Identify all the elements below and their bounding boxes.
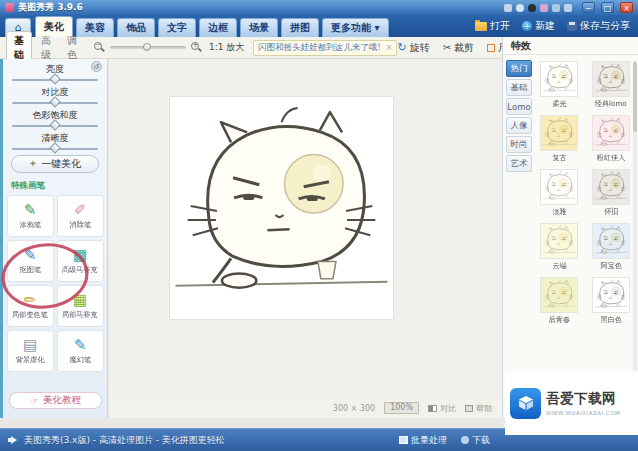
category-portrait[interactable]: 人像 <box>506 117 532 134</box>
cutout-pen-button[interactable]: ✎ 抠图笔 <box>7 240 54 282</box>
tab-frames[interactable]: 边框 <box>199 18 237 37</box>
app-window: 美图秀秀 3.9.6 ─ □ × ⌂ 美化 美容 饰品 文字 边框 场景 拼图 … <box>0 0 638 451</box>
cutout-pen-icon: ✎ <box>24 247 37 264</box>
eliminate-pen-button[interactable]: ✐ 消除笔 <box>57 195 104 237</box>
rotate-button[interactable]: ↻ 旋转 <box>397 41 429 55</box>
effect-abao-color[interactable]: 阿宝色 <box>588 223 634 271</box>
effect-nostalgia[interactable]: 怀旧 <box>588 169 634 217</box>
tab-text[interactable]: 文字 <box>158 18 196 37</box>
tray-icon[interactable] <box>564 4 572 12</box>
save-share-label: 保存与分享 <box>580 19 630 33</box>
site-watermark: 吾爱下载网 WWW.WUAIXIAZAI.COM <box>505 371 638 435</box>
category-hot[interactable]: 热门 <box>506 60 532 77</box>
zoom-slider-thumb[interactable] <box>143 43 151 51</box>
effect-label: 后青春 <box>548 315 569 325</box>
category-fashion[interactable]: 时尚 <box>506 136 532 153</box>
tray-icon[interactable] <box>504 4 512 12</box>
contrast-slider: 对比度 <box>12 86 98 104</box>
one-click-beautify-button[interactable]: ✦ 一键美化 <box>11 155 99 173</box>
effect-thumbnail <box>540 169 578 205</box>
advanced-mosaic-button[interactable]: ▩ 高级马赛克 <box>57 240 104 282</box>
tray-icon[interactable] <box>516 4 524 12</box>
tray-icon[interactable] <box>540 4 548 12</box>
effects-categories: 热门 基础 Lomo 人像 时尚 艺术 <box>506 60 532 172</box>
effect-thumbnail <box>592 223 630 259</box>
tab-collage[interactable]: 拼图 <box>281 18 319 37</box>
effect-elegant[interactable]: 淡雅 <box>536 169 582 217</box>
qq-penguin-icon[interactable] <box>528 4 536 12</box>
local-color-pen-button[interactable]: ✏ 局部变色笔 <box>7 285 54 327</box>
tab-more-features[interactable]: 更多功能 ▾ <box>322 18 389 37</box>
edited-image[interactable] <box>170 97 393 319</box>
effects-scrollbar[interactable] <box>633 60 637 408</box>
close-button[interactable]: × <box>620 2 633 13</box>
new-button[interactable]: 新建 <box>522 19 555 33</box>
category-art[interactable]: 艺术 <box>506 155 532 172</box>
rotate-icon: ↻ <box>397 42 406 53</box>
brush-label: 涂鸦笔 <box>19 220 40 230</box>
scrollbar-thumb[interactable] <box>633 62 637 132</box>
background-blur-button[interactable]: ▤ 背景虚化 <box>7 330 54 372</box>
hand-pointer-icon: ☞ <box>30 396 39 406</box>
save-share-button[interactable]: 保存与分享 <box>567 19 630 33</box>
zoom-out-icon[interactable]: − <box>94 42 105 53</box>
beautify-tutorial-button[interactable]: ☞ 美化教程 <box>9 392 102 409</box>
brush-grid: ✎ 涂鸦笔 ✐ 消除笔 ✎ 抠图笔 ▩ 高级马赛克 ✏ 局部变色笔 ▦ 局部马赛… <box>3 195 107 372</box>
maximize-button[interactable]: □ <box>601 2 614 13</box>
magic-pen-button[interactable]: ✎ 魔幻笔 <box>57 330 104 372</box>
doodle-pen-icon: ✎ <box>24 202 37 219</box>
window-controls: ─ □ × <box>582 2 633 13</box>
zoom-in-icon[interactable]: + <box>191 42 202 53</box>
effect-label: 淡雅 <box>552 207 566 217</box>
minimize-button[interactable]: ─ <box>582 2 595 13</box>
slider-track[interactable] <box>12 125 98 127</box>
crop-icon: ✂ <box>443 43 451 53</box>
tab-scenes[interactable]: 场景 <box>240 18 278 37</box>
doodle-pen-button[interactable]: ✎ 涂鸦笔 <box>7 195 54 237</box>
effect-cloud[interactable]: 云端 <box>536 223 582 271</box>
image-dimensions: 300 × 300 <box>333 404 375 413</box>
local-mosaic-button[interactable]: ▦ 局部马赛克 <box>57 285 104 327</box>
folder-icon <box>475 22 487 31</box>
compare-button[interactable]: 对比 <box>428 403 456 414</box>
effects-panel-title: 特效 <box>503 37 638 55</box>
download-label: 下载 <box>472 434 490 447</box>
save-icon <box>567 21 577 31</box>
effect-pink-lady[interactable]: 粉红佳人 <box>588 115 634 163</box>
photo-icon: ▤ <box>23 337 37 354</box>
reset-icon[interactable]: ↺ <box>91 61 102 72</box>
tutorial-label: 美化教程 <box>43 394 81 407</box>
slider-track[interactable] <box>12 102 98 104</box>
color-pen-icon: ✏ <box>24 292 37 309</box>
effect-black-white[interactable]: 黑白色 <box>588 277 634 325</box>
batch-process-button[interactable]: 批量处理 <box>399 434 447 447</box>
category-lomo[interactable]: Lomo <box>506 98 532 115</box>
zoom-slider[interactable] <box>110 46 186 49</box>
open-button[interactable]: 打开 <box>475 19 510 33</box>
mosaic-icon: ▩ <box>73 247 87 264</box>
promo-text: 美图秀秀(3.x版) - 高清处理图片 - 美化拼图更轻松 <box>24 434 225 447</box>
canvas-area <box>109 59 502 398</box>
effect-soft-light[interactable]: 柔光 <box>536 61 582 109</box>
slider-track[interactable] <box>12 148 98 150</box>
effect-classic-lomo[interactable]: 经典lomo <box>588 61 634 109</box>
category-basic[interactable]: 基础 <box>506 79 532 96</box>
status-bar: 300 × 300 100% 对比 帮助 <box>109 398 502 418</box>
crop-button[interactable]: ✂ 裁剪 <box>443 41 474 55</box>
tip-close-icon[interactable]: × <box>386 43 393 52</box>
zoom-ratio-label[interactable]: 1:1 放大 <box>209 41 244 54</box>
speaker-icon[interactable] <box>8 436 18 444</box>
slider-track[interactable] <box>12 79 98 81</box>
tray-icon[interactable] <box>552 4 560 12</box>
help-button[interactable]: 帮助 <box>465 403 492 414</box>
tab-decorations[interactable]: 饰品 <box>117 18 155 37</box>
brush-label: 消除笔 <box>69 220 90 230</box>
effect-thumbnail <box>592 115 630 151</box>
batch-icon <box>399 436 408 444</box>
magic-stamp-icon: ✦ <box>29 159 37 169</box>
effect-retro[interactable]: 复古 <box>536 115 582 163</box>
titlebar: 美图秀秀 3.9.6 ─ □ × <box>0 0 638 15</box>
zoom-percent[interactable]: 100% <box>384 402 419 414</box>
download-button[interactable]: 下载 <box>461 434 490 447</box>
effect-post-youth[interactable]: 后青春 <box>536 277 582 325</box>
